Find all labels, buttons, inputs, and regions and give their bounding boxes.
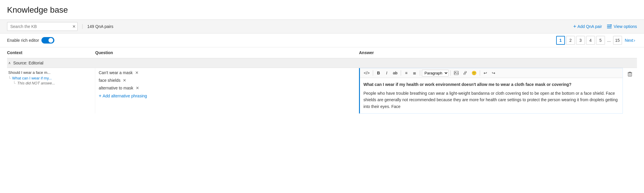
- svg-rect-1: [607, 26, 612, 27]
- toolbar-divider-4: [450, 70, 451, 76]
- question-text-2: face shields: [99, 78, 120, 83]
- context-child-line: └: [8, 76, 11, 80]
- answer-header: Answer: [359, 50, 623, 55]
- add-phrasing-label: Add alternative phrasing: [103, 94, 147, 98]
- context-main-text: Should I wear a face m...: [8, 70, 94, 75]
- svg-rect-3: [611, 24, 612, 26]
- rich-editor-toolbar: </> B I ab ≡ ≣ Paragraph: [360, 68, 623, 78]
- question-remove-2[interactable]: ✕: [123, 78, 126, 82]
- link-icon: [463, 71, 467, 75]
- answer-content[interactable]: What can I wear if my health or work env…: [360, 78, 623, 113]
- toggle-knob: [48, 38, 53, 43]
- paragraph-select[interactable]: Paragraph: [422, 70, 449, 76]
- chevron-right-icon: ›: [634, 38, 635, 43]
- delete-column: [623, 68, 637, 114]
- pagination: 1 2 3 4 5 ... 15 Next ›: [556, 36, 637, 45]
- trash-icon: [628, 71, 632, 77]
- toolbar-divider-5: [480, 70, 480, 76]
- question-text-3: alternative to mask: [99, 86, 133, 90]
- redo-button[interactable]: ↪: [490, 69, 497, 76]
- editor-bar: Enable rich editor 1 2 3 4 5 ... 15 Next…: [0, 34, 644, 47]
- qna-count: 149 QnA pairs: [82, 24, 113, 29]
- strikethrough-button[interactable]: ab: [391, 69, 399, 76]
- undo-button[interactable]: ↩: [482, 69, 489, 76]
- view-options-button[interactable]: View options: [607, 24, 637, 29]
- svg-rect-4: [454, 71, 458, 75]
- next-button[interactable]: Next ›: [623, 36, 637, 45]
- bold-button[interactable]: B: [375, 69, 382, 76]
- question-tag-2: face shields ✕: [99, 78, 355, 83]
- next-label: Next: [625, 38, 633, 43]
- rich-editor-label: Enable rich editor: [7, 38, 39, 43]
- link-button[interactable]: [461, 69, 469, 76]
- source-label: Source: Editorial: [13, 61, 43, 65]
- question-column: Can't wear a mask ✕ face shields ✕ alter…: [95, 68, 359, 114]
- page-2-button[interactable]: 2: [566, 36, 575, 45]
- rich-editor-toggle[interactable]: [41, 37, 54, 44]
- table-header: Context Question Answer: [7, 47, 637, 58]
- answer-column: </> B I ab ≡ ≣ Paragraph: [359, 68, 623, 114]
- context-child-link[interactable]: What can I wear if my...: [12, 76, 52, 80]
- context-child2-line: └: [13, 81, 16, 85]
- page-15-button[interactable]: 15: [613, 36, 622, 45]
- context-child2-row: └ This did NOT answe...: [13, 81, 94, 85]
- page-1-button[interactable]: 1: [556, 36, 565, 45]
- page-5-button[interactable]: 5: [596, 36, 605, 45]
- add-phrasing-button[interactable]: + Add alternative phrasing: [99, 93, 355, 99]
- italic-button[interactable]: I: [383, 69, 390, 76]
- page-3-button[interactable]: 3: [576, 36, 585, 45]
- search-wrapper: ✕: [7, 22, 78, 31]
- question-tag-3: alternative to mask ✕: [99, 86, 355, 90]
- view-options-icon: [607, 24, 612, 29]
- context-child-row: └ What can I wear if my...: [8, 76, 94, 80]
- plus-icon-phrasing: +: [99, 93, 101, 99]
- context-child2-text: This did NOT answe...: [17, 81, 55, 85]
- question-remove-1[interactable]: ✕: [135, 71, 139, 75]
- add-qna-button[interactable]: + Add QnA pair: [573, 24, 602, 30]
- add-qna-label: Add QnA pair: [578, 24, 602, 29]
- emoji-button[interactable]: 🙂: [470, 69, 478, 76]
- plus-icon: +: [573, 24, 576, 30]
- page-title: Knowledge base: [0, 0, 644, 19]
- question-remove-3[interactable]: ✕: [136, 86, 139, 90]
- image-icon: [454, 71, 459, 75]
- context-column: Should I wear a face m... └ What can I w…: [7, 68, 95, 114]
- toolbar-divider-1: [373, 70, 373, 76]
- question-text-1: Can't wear a mask: [99, 70, 133, 75]
- answer-body-text: People who have trouble breathing can we…: [363, 90, 619, 110]
- view-options-label: View options: [614, 24, 637, 29]
- source-row: ∧ Source: Editorial: [7, 58, 637, 68]
- toolbar-right: + Add QnA pair View options: [573, 24, 637, 30]
- rich-editor-toggle-area: Enable rich editor: [7, 37, 54, 44]
- page-4-button[interactable]: 4: [586, 36, 595, 45]
- delete-row-button[interactable]: [626, 70, 633, 79]
- question-tag-1: Can't wear a mask ✕: [99, 70, 355, 75]
- context-header: Context: [7, 50, 95, 55]
- toolbar-divider-2: [401, 70, 401, 76]
- svg-rect-6: [628, 73, 632, 76]
- svg-rect-2: [607, 28, 612, 28]
- toolbar: ✕ 149 QnA pairs + Add QnA pair View opti…: [0, 19, 644, 34]
- unordered-list-button[interactable]: ≡: [403, 69, 410, 76]
- data-row: Should I wear a face m... └ What can I w…: [7, 68, 637, 114]
- actions-header: [623, 50, 637, 55]
- pagination-ellipsis: ...: [606, 38, 612, 43]
- toolbar-divider-3: [420, 70, 420, 76]
- code-button[interactable]: </>: [362, 69, 371, 76]
- search-input[interactable]: [7, 22, 78, 31]
- question-header: Question: [95, 50, 359, 55]
- search-clear-button[interactable]: ✕: [72, 24, 76, 29]
- image-button[interactable]: [452, 69, 460, 76]
- ordered-list-button[interactable]: ≣: [411, 69, 418, 76]
- table-container: Context Question Answer ∧ Source: Editor…: [0, 47, 644, 114]
- answer-bold-text: What can I wear if my health or work env…: [363, 81, 619, 88]
- collapse-icon[interactable]: ∧: [8, 61, 11, 65]
